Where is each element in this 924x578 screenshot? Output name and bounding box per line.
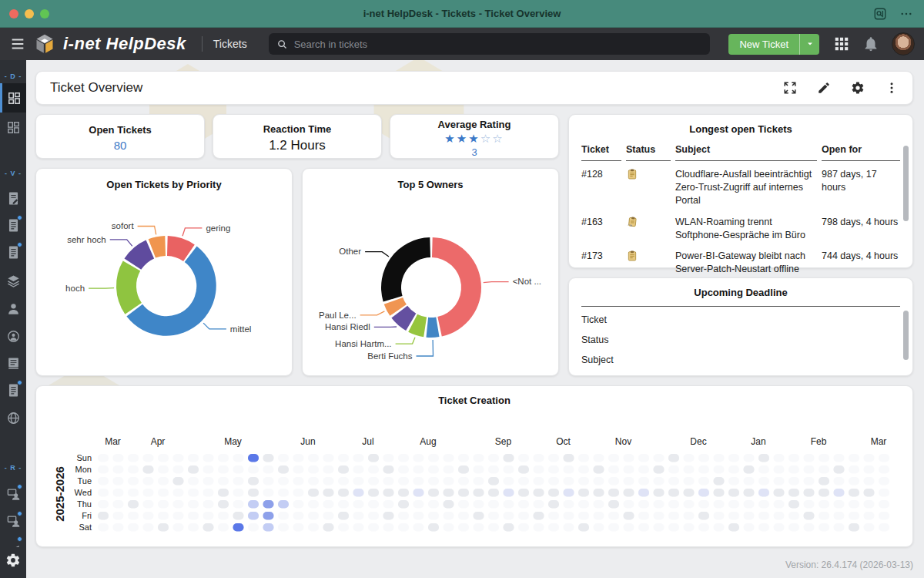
heatmap-cell[interactable] xyxy=(444,500,454,509)
heatmap-cell[interactable] xyxy=(728,523,739,532)
sidebar-item-dashboard-1[interactable] xyxy=(0,83,26,113)
heatmap-cell[interactable] xyxy=(788,489,799,497)
heatmap-cell[interactable] xyxy=(668,454,679,462)
heatmap-cell[interactable] xyxy=(323,523,334,532)
sidebar-settings-button[interactable] xyxy=(0,547,26,573)
heatmap-cell[interactable] xyxy=(278,500,289,509)
heatmap-cell[interactable] xyxy=(608,500,619,509)
heatmap-cell[interactable] xyxy=(428,489,439,497)
heatmap-cell[interactable] xyxy=(218,500,229,509)
heatmap-cell[interactable] xyxy=(518,489,529,497)
heatmap-cell[interactable] xyxy=(638,489,649,497)
heatmap-cell[interactable] xyxy=(594,489,604,497)
heatmap-cell[interactable] xyxy=(849,489,859,497)
heatmap-cell[interactable] xyxy=(548,489,559,497)
sidebar-item-document-11[interactable] xyxy=(0,377,26,403)
sidebar-item-user-8[interactable] xyxy=(0,295,26,321)
sidebar-item-document-edit-4[interactable] xyxy=(0,185,26,211)
heatmap-cell[interactable] xyxy=(98,512,109,520)
heatmap-cell[interactable] xyxy=(308,489,319,497)
heatmap-cell[interactable] xyxy=(758,454,769,462)
heatmap-cell[interactable] xyxy=(578,489,589,497)
heatmap-cell[interactable] xyxy=(534,489,544,497)
sidebar-item-document-5[interactable] xyxy=(0,212,26,238)
heatmap-cell[interactable] xyxy=(744,465,755,474)
heatmap-cell[interactable] xyxy=(263,454,274,462)
heatmap-cell[interactable] xyxy=(728,489,739,497)
heatmap-cell[interactable] xyxy=(788,500,799,509)
heatmap-cell[interactable] xyxy=(819,489,829,497)
heatmap-cell[interactable] xyxy=(504,523,514,532)
heatmap-cell[interactable] xyxy=(338,489,349,497)
heatmap-cell[interactable] xyxy=(578,523,589,532)
heatmap-cell[interactable] xyxy=(143,465,154,474)
subject-cell[interactable]: Cloudflare-Ausfall beeinträchtigt Zero-T… xyxy=(675,161,817,209)
heatmap-cell[interactable] xyxy=(504,489,514,497)
heatmap-cell[interactable] xyxy=(263,523,274,532)
heatmap-cell[interactable] xyxy=(383,512,394,520)
sidebar-item-user-device-15[interactable] xyxy=(0,508,26,534)
heatmap-cell[interactable] xyxy=(488,489,499,497)
heatmap-cell[interactable] xyxy=(654,465,665,474)
heatmap-cell[interactable] xyxy=(413,489,424,497)
heatmap-cell[interactable] xyxy=(624,512,634,520)
heatmap-cell[interactable] xyxy=(534,512,544,520)
heatmap-cell[interactable] xyxy=(684,489,695,497)
close-window-button[interactable] xyxy=(9,9,18,18)
minimize-window-button[interactable] xyxy=(25,9,34,18)
heatmap-cell[interactable] xyxy=(218,489,229,497)
heatmap-cell[interactable] xyxy=(654,489,665,497)
heatmap-cell[interactable] xyxy=(698,489,709,497)
heatmap-cell[interactable] xyxy=(383,489,394,497)
heatmap-cell[interactable] xyxy=(834,489,845,497)
heatmap-cell[interactable] xyxy=(263,500,274,509)
heatmap-cell[interactable] xyxy=(338,512,349,520)
heatmap-cell[interactable] xyxy=(458,465,469,474)
heatmap-cell[interactable] xyxy=(458,489,469,497)
subject-cell[interactable]: WLAN-Roaming trennt Softphone-Gespräche … xyxy=(675,209,817,244)
heatmap-cell[interactable] xyxy=(714,489,725,497)
heatmap-cell[interactable] xyxy=(398,500,409,509)
heatmap-cell[interactable] xyxy=(323,489,334,497)
owners-slice--not-[interactable] xyxy=(432,237,481,337)
heatmap-cell[interactable] xyxy=(518,465,529,474)
heatmap-cell[interactable] xyxy=(774,489,785,497)
heatmap-cell[interactable] xyxy=(474,512,484,520)
sidebar-item-document-list-10[interactable] xyxy=(0,350,26,376)
heatmap-cell[interactable] xyxy=(608,489,619,497)
heatmap-cell[interactable] xyxy=(158,523,169,532)
heatmap-cell[interactable] xyxy=(338,465,349,474)
new-ticket-dropdown-button[interactable] xyxy=(799,34,819,55)
heatmap-cell[interactable] xyxy=(804,489,815,497)
subject-cell[interactable]: Power-BI-Gateway bleibt nach Server-Patc… xyxy=(675,243,817,277)
heatmap-cell[interactable] xyxy=(744,489,755,497)
sidebar-item-layers-7[interactable] xyxy=(0,267,26,294)
heatmap-cell[interactable] xyxy=(188,465,199,474)
hamburger-menu-icon[interactable] xyxy=(9,35,26,52)
heatmap-cell[interactable] xyxy=(233,512,244,520)
heatmap-cell[interactable] xyxy=(128,500,139,509)
sidebar-item-dashboard-2[interactable] xyxy=(0,114,26,140)
heatmap-cell[interactable] xyxy=(248,477,259,486)
sidebar-item-globe-user-9[interactable] xyxy=(0,323,26,349)
stat-value[interactable]: 80 xyxy=(114,139,127,152)
new-ticket-button[interactable]: New Ticket xyxy=(728,34,799,55)
heatmap-cell[interactable] xyxy=(353,489,364,497)
heatmap-cell[interactable] xyxy=(398,489,409,497)
heatmap-cell[interactable] xyxy=(564,454,574,462)
heatmap-cell[interactable] xyxy=(564,489,574,497)
sidebar-item-document-6[interactable] xyxy=(0,239,26,265)
priority-slice-hoch[interactable] xyxy=(116,261,142,314)
ellipsis-icon[interactable] xyxy=(899,7,913,21)
more-menu-button[interactable] xyxy=(885,81,899,95)
owners-slice-other[interactable] xyxy=(381,237,430,302)
tab-search-icon[interactable] xyxy=(873,7,887,21)
heatmap-cell[interactable] xyxy=(368,489,379,497)
heatmap-cell[interactable] xyxy=(428,523,439,532)
nav-tickets[interactable]: Tickets xyxy=(213,38,247,50)
user-avatar[interactable] xyxy=(892,32,915,55)
heatmap-cell[interactable] xyxy=(834,465,845,474)
apps-grid-icon[interactable] xyxy=(833,35,850,52)
heatmap-cell[interactable] xyxy=(474,489,484,497)
heatmap-cell[interactable] xyxy=(173,477,184,486)
